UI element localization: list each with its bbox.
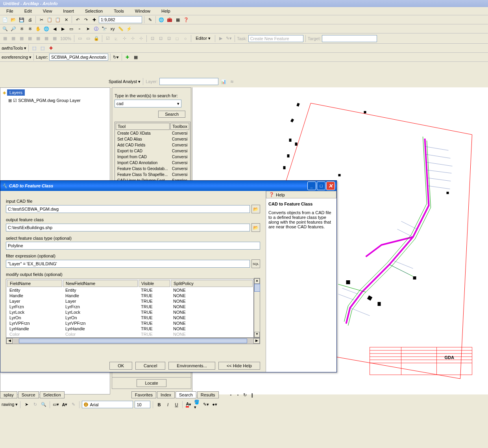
new-rect-icon[interactable]: ▭▾ bbox=[52, 401, 59, 408]
find-icon[interactable]: 🔭 bbox=[101, 25, 108, 32]
edit-tool7[interactable]: ⊡ bbox=[165, 35, 172, 42]
edit-tool6[interactable]: ⊡ bbox=[157, 35, 164, 42]
scale-input[interactable] bbox=[99, 16, 142, 23]
new-text-icon[interactable]: A▾ bbox=[61, 401, 68, 408]
layout-btn5[interactable]: ▦ bbox=[35, 35, 42, 42]
marker-color-icon[interactable]: ●▾ bbox=[211, 401, 218, 408]
underline-icon[interactable]: U bbox=[173, 401, 180, 408]
hide-help-button[interactable]: << Hide Help bbox=[218, 362, 260, 370]
col-tool[interactable]: Tool bbox=[116, 123, 170, 130]
tab-favorites[interactable]: Favorites bbox=[131, 391, 156, 398]
goto-xy-icon[interactable]: xy bbox=[109, 25, 116, 32]
environments-button[interactable]: Environments... bbox=[168, 362, 215, 370]
georef-link-icon[interactable]: ✚ bbox=[124, 54, 131, 61]
line-color-icon[interactable]: ✎▾ bbox=[202, 401, 209, 408]
dataframe-icon2[interactable]: ▭ bbox=[85, 35, 92, 42]
edit-tool8[interactable]: □ bbox=[174, 35, 181, 42]
clear-select-icon[interactable]: ▫ bbox=[76, 25, 83, 32]
full-extent-icon[interactable]: 🌐 bbox=[43, 25, 50, 32]
menu-file[interactable]: File bbox=[2, 8, 18, 14]
result-row[interactable]: Feature Class To Shapefile...Conversi bbox=[116, 172, 189, 177]
layout-btn4[interactable]: ▦ bbox=[26, 35, 33, 42]
new-icon[interactable]: 📄 bbox=[2, 16, 9, 23]
browse-input-button[interactable]: 📂 bbox=[251, 205, 260, 213]
edit-pencil-icon[interactable]: ✎▾ bbox=[226, 35, 233, 42]
edit-tool9[interactable]: ○ bbox=[182, 35, 189, 42]
edit-tool5[interactable]: ⊡ bbox=[149, 35, 156, 42]
hawths-plus-icon[interactable]: ✚ bbox=[47, 44, 54, 52]
georef-table-icon[interactable]: ▦ bbox=[132, 54, 139, 61]
input-cad-field[interactable] bbox=[6, 205, 250, 213]
result-row[interactable]: Set CAD AliasConversi bbox=[116, 137, 189, 142]
close-button[interactable]: ✕ bbox=[326, 181, 335, 190]
georef-layer-combo[interactable] bbox=[49, 54, 108, 61]
pan-icon[interactable]: ✋ bbox=[35, 25, 42, 32]
tab-source[interactable]: Source bbox=[18, 391, 39, 398]
search-input[interactable]: cad▾ bbox=[115, 100, 181, 107]
pointer-icon[interactable]: ➤ bbox=[84, 25, 91, 32]
tab-index[interactable]: Index bbox=[157, 391, 175, 398]
locate-button[interactable]: Locate bbox=[137, 379, 166, 387]
filter-field[interactable] bbox=[6, 260, 250, 268]
zoom-in-icon[interactable]: 🔍 bbox=[2, 25, 9, 32]
font-combo[interactable]: 🅞 Arial bbox=[82, 401, 133, 408]
ok-button[interactable]: OK bbox=[109, 362, 132, 370]
scroll-left-icon[interactable]: ◀ bbox=[6, 338, 13, 344]
cancel-button[interactable]: Cancel bbox=[135, 362, 165, 370]
prev-extent-icon[interactable]: ◀ bbox=[51, 25, 58, 32]
menu-help[interactable]: Help bbox=[157, 8, 175, 14]
save-icon[interactable]: 💾 bbox=[18, 16, 25, 23]
hawths-select-icon[interactable]: ⬚ bbox=[39, 44, 46, 52]
georef-rotate-icon[interactable]: ↻▾ bbox=[113, 54, 120, 61]
layout-btn1[interactable]: ▦ bbox=[2, 35, 9, 42]
fill-color-icon[interactable]: 🪣▾ bbox=[194, 401, 201, 408]
tab-selection[interactable]: Selection bbox=[40, 391, 65, 398]
target-combo[interactable] bbox=[322, 35, 377, 42]
lock-icon[interactable]: 🔒 bbox=[93, 35, 100, 42]
spatial-menu[interactable]: Spatial Analyst ▾ bbox=[109, 79, 140, 84]
open-icon[interactable]: 📂 bbox=[10, 16, 17, 23]
add-data-icon[interactable]: ✚ bbox=[91, 16, 98, 23]
hscroll-thumb[interactable] bbox=[19, 339, 247, 343]
edit-tool2[interactable]: ⊹ bbox=[121, 35, 128, 42]
result-row[interactable]: Add CAD FieldsConversi bbox=[116, 143, 189, 148]
print-icon[interactable]: 🖨 bbox=[26, 16, 33, 23]
search-button[interactable]: Search bbox=[158, 111, 185, 118]
sketch-icon[interactable]: ☑ bbox=[104, 35, 111, 42]
rotate-icon[interactable]: ↻ bbox=[31, 401, 39, 408]
fctype-field[interactable] bbox=[6, 242, 260, 250]
bold-icon[interactable]: B bbox=[155, 401, 163, 408]
hyperlink-icon[interactable]: ⚡ bbox=[126, 25, 133, 32]
layout-btn6[interactable]: ▦ bbox=[43, 35, 50, 42]
help-icon[interactable]: ❓ bbox=[183, 16, 190, 23]
maximize-button[interactable]: □ bbox=[317, 181, 325, 190]
tab-display[interactable]: splay bbox=[0, 391, 17, 398]
copy-icon[interactable]: 📋 bbox=[46, 16, 53, 23]
next-extent-icon[interactable]: ▶ bbox=[59, 25, 67, 32]
select-features-icon[interactable]: ▭ bbox=[68, 25, 75, 32]
spatial-contour-icon[interactable]: ≋ bbox=[229, 78, 236, 85]
layout-btn7[interactable]: ▦ bbox=[51, 35, 58, 42]
spatial-layer-combo[interactable] bbox=[159, 78, 218, 85]
sql-button[interactable]: SQL bbox=[251, 259, 260, 268]
undo-icon[interactable]: ↶ bbox=[74, 16, 81, 23]
georef-menu[interactable]: eoreferencing ▾ bbox=[2, 55, 31, 60]
cmdline-icon[interactable]: ▦ bbox=[174, 16, 181, 23]
menu-insert[interactable]: Insert bbox=[58, 8, 79, 14]
edit-tool3[interactable]: ⊹ bbox=[129, 35, 136, 42]
spatial-hist-icon[interactable]: 📊 bbox=[220, 78, 227, 85]
arccatalog-icon[interactable]: 🌐 bbox=[158, 16, 165, 23]
result-row[interactable]: Import CAD AnnotationConversi bbox=[116, 160, 189, 165]
tab-search[interactable]: Search bbox=[176, 391, 196, 398]
task-combo[interactable] bbox=[248, 35, 303, 42]
result-row[interactable]: Import from CADConversi bbox=[116, 154, 189, 159]
hscroll[interactable]: ◀ ▶ bbox=[6, 338, 260, 344]
refresh-icon[interactable]: ↻ bbox=[242, 391, 249, 398]
edit-play-icon[interactable]: ▶ bbox=[217, 35, 224, 42]
identify-icon[interactable]: ⓘ bbox=[92, 25, 100, 32]
edit-vertices-icon[interactable]: ✎ bbox=[70, 401, 77, 408]
pause-icon[interactable]: ‖ bbox=[249, 391, 256, 398]
minimize-button[interactable]: _ bbox=[307, 181, 316, 190]
select-elem-icon[interactable]: ➤ bbox=[23, 401, 30, 408]
toc-root[interactable]: Layers bbox=[7, 89, 25, 96]
